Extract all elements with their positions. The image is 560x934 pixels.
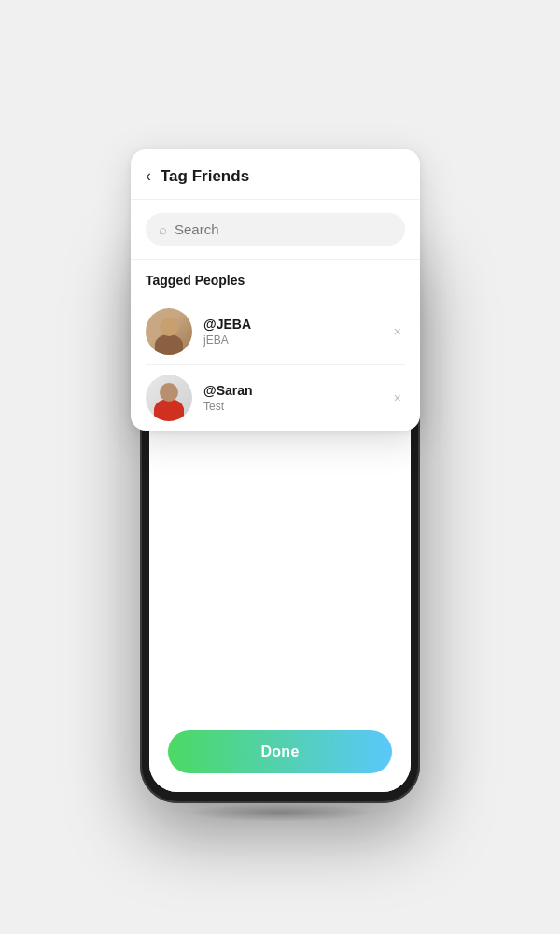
modal-title: Tag Friends [161, 167, 249, 186]
user-handle-jeba: @JEBA [203, 317, 390, 332]
search-input[interactable] [175, 221, 392, 237]
user-avatar-jeba [146, 308, 192, 355]
tagged-user-row: @Saran Test × [146, 365, 405, 431]
user-name-saran: Test [203, 400, 390, 413]
user-handle-saran: @Saran [203, 383, 390, 398]
user-info-jeba: @JEBA jEBA [203, 317, 390, 347]
modal-header: ‹ Tag Friends [131, 149, 420, 200]
search-bar: ⌕ [146, 213, 405, 246]
scene: × × Done ‹ Tag Friends ⌕ [112, 131, 448, 803]
back-button[interactable]: ‹ [146, 166, 151, 186]
tagged-user-row: @JEBA jEBA × [146, 299, 405, 365]
search-icon: ⌕ [159, 221, 167, 237]
tag-friends-modal: ‹ Tag Friends ⌕ Tagged Peoples @JEBA jEB… [131, 149, 420, 431]
search-container: ⌕ [131, 200, 420, 260]
phone-shadow [187, 803, 373, 822]
done-button[interactable]: Done [168, 730, 392, 773]
user-info-saran: @Saran Test [203, 383, 390, 413]
tagged-section: Tagged Peoples @JEBA jEBA × @Saran Test … [131, 260, 420, 431]
tagged-section-label: Tagged Peoples [146, 273, 405, 288]
remove-user-jeba-button[interactable]: × [390, 320, 405, 343]
user-avatar-saran [146, 375, 192, 421]
user-name-jeba: jEBA [203, 333, 390, 347]
done-area: Done [149, 719, 411, 792]
remove-user-saran-button[interactable]: × [390, 387, 405, 409]
